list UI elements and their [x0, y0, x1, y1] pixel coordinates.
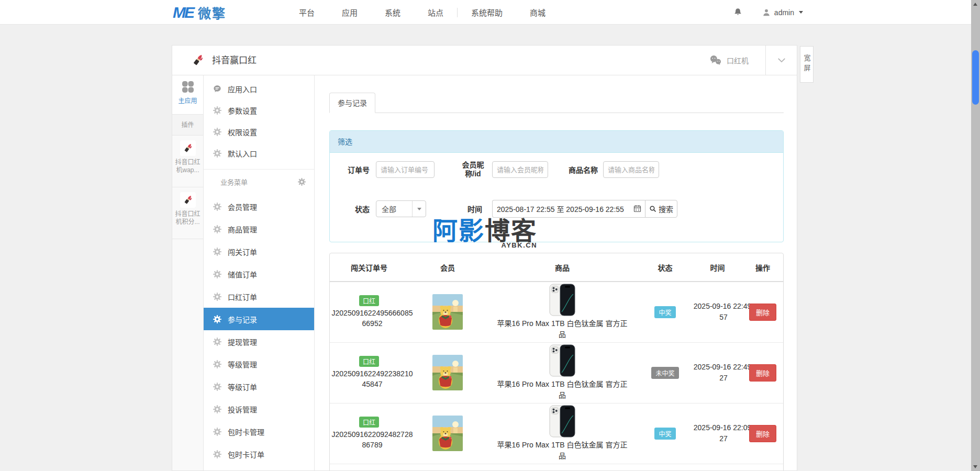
delete-button[interactable]: 删除 — [749, 304, 776, 321]
gear-icon — [213, 405, 221, 413]
status-badge: 未中奖 — [651, 367, 678, 379]
sidebar-item-label: 提现管理 — [228, 337, 257, 347]
rail-main-label: 主应用 — [172, 96, 203, 105]
rail-plugin-points[interactable]: 抖音口红机积分... — [172, 187, 203, 239]
table-row: 口红 J202509162209248272886789 苹果16 Pro Ma… — [330, 403, 783, 464]
member-input[interactable] — [492, 161, 548, 178]
sidebar-item-label: 参数设置 — [228, 105, 257, 116]
col-status: 状态 — [638, 253, 693, 282]
table-row: 口红 J202509162249566608566952 苹果16 Pro Ma… — [330, 282, 783, 342]
col-product: 商品 — [487, 253, 638, 282]
order-number: J202509162209248272886789 — [330, 429, 415, 451]
nav-item-store[interactable]: 商城 — [516, 7, 559, 18]
col-member: 会员 — [408, 253, 487, 282]
filter-panel-title: 筛选 — [330, 131, 783, 153]
sidebar-item-app-entry[interactable]: 应用入口 — [204, 78, 314, 99]
sidebar-item-params[interactable]: 参数设置 — [204, 99, 314, 121]
channel-label: 口红机 — [727, 55, 749, 65]
app-header: 抖音赢口红 口红机 — [172, 46, 797, 75]
nav-item-sites[interactable]: 站点 — [414, 7, 457, 18]
weengine-logo: ME 微擎 — [173, 0, 226, 25]
tab-participation-records[interactable]: 参与记录 — [329, 93, 375, 113]
nav-item-help[interactable]: 系统帮助 — [458, 7, 516, 18]
order-no-label: 订单号 — [347, 164, 370, 175]
app-lipstick-icon — [190, 52, 206, 68]
plugin-lipstick-icon — [180, 192, 196, 208]
status-badge: 中奖 — [654, 428, 675, 440]
sidebar-item-lipstick-orders[interactable]: 口红订单 — [204, 285, 314, 308]
scrollbar-down-arrow[interactable] — [973, 465, 977, 468]
top-navbar: ME 微擎 平台 应用 系统 站点 系统帮助 商城 admin — [0, 0, 980, 25]
nav-item-apps[interactable]: 应用 — [328, 7, 371, 18]
notification-bell-icon[interactable] — [733, 8, 742, 17]
scrollbar-thumb[interactable] — [972, 50, 979, 105]
nav-item-platform[interactable]: 平台 — [285, 7, 328, 18]
delete-button[interactable]: 删除 — [749, 364, 776, 382]
select-caret-icon — [412, 201, 426, 217]
records-table: 闯关订单号 会员 商品 状态 时间 操作 口红 J202509162249566… — [330, 253, 783, 471]
table-row-partial — [330, 464, 783, 471]
sidebar-item-products[interactable]: 商品管理 — [204, 218, 314, 240]
member-avatar — [432, 294, 463, 330]
scrollbar[interactable] — [971, 0, 980, 471]
sidebar-item-label: 商品管理 — [228, 224, 257, 234]
order-number: J202509162249566608566952 — [330, 308, 415, 329]
type-badge: 口红 — [359, 417, 379, 428]
filter-row-1: 订单号 会员昵称/id 商品名称 — [330, 161, 659, 178]
collapse-toggle[interactable] — [765, 46, 797, 75]
gear-icon — [213, 270, 221, 278]
product-name-label: 商品名称 — [566, 164, 598, 175]
sidebar-item-stored-value-orders[interactable]: 储值订单 — [204, 263, 314, 285]
app-panel: 抖音赢口红 口红机 主应用 插件 抖音口红机wap... — [172, 45, 797, 471]
sidebar-item-default-entry[interactable]: 默认入口 — [204, 142, 314, 164]
main-nav: 平台 应用 系统 站点 系统帮助 商城 — [285, 0, 559, 25]
sidebar-item-timecard-mgmt[interactable]: 包时卡管理 — [204, 420, 314, 443]
sidebar-item-label: 应用入口 — [228, 84, 257, 94]
date-range-input[interactable] — [492, 200, 645, 218]
sidebar-item-level-orders[interactable]: 等级订单 — [204, 375, 314, 398]
rail-plugin-wap[interactable]: 抖音口红机wap... — [172, 136, 203, 187]
sidebar-item-permissions[interactable]: 权限设置 — [204, 121, 314, 142]
order-number: J202509162249223821045847 — [330, 368, 415, 390]
sidebar-item-participation-records[interactable]: 参与记录 — [204, 308, 314, 330]
col-order-no: 闯关订单号 — [330, 253, 408, 282]
gear-icon — [213, 338, 221, 346]
sidebar-item-withdrawals[interactable]: 提现管理 — [204, 330, 314, 353]
rail-item-main-app[interactable]: 主应用 — [172, 75, 203, 115]
sidebar-item-levels[interactable]: 等级管理 — [204, 353, 314, 375]
nav-item-system[interactable]: 系统 — [371, 7, 414, 18]
section-label: 业务菜单 — [220, 177, 248, 187]
member-avatar — [432, 416, 463, 451]
navbar-right: admin — [733, 0, 803, 25]
channel-selector[interactable]: 口红机 — [709, 46, 765, 75]
plugin-lipstick-icon — [180, 140, 196, 156]
plugin-label: 抖音口红机wap... — [174, 159, 202, 174]
gear-icon — [213, 360, 221, 368]
records-table-panel: 闯关订单号 会员 商品 状态 时间 操作 口红 J202509162249566… — [329, 253, 784, 471]
product-name: 苹果16 Pro Max 1TB 白色钛金属 官方正品 — [497, 440, 628, 462]
logo-mark: ME — [173, 4, 193, 21]
scrollbar-up-arrow[interactable] — [973, 3, 977, 6]
sidebar-item-label: 等级订单 — [228, 382, 257, 392]
product-name-input[interactable] — [603, 161, 659, 178]
search-button[interactable]: 搜索 — [645, 200, 677, 218]
sidebar-item-label: 参与记录 — [228, 314, 257, 324]
sidebar-item-timecard-orders[interactable]: 包时卡订单 — [204, 443, 314, 465]
widescreen-toggle[interactable]: 宽屏 — [800, 46, 814, 83]
delete-button[interactable]: 删除 — [749, 425, 776, 442]
gear-icon[interactable] — [298, 178, 306, 186]
sidebar-item-label: 投诉管理 — [228, 404, 257, 414]
table-header-row: 闯关订单号 会员 商品 状态 时间 操作 — [330, 253, 783, 282]
speech-bubble-icon — [213, 85, 221, 93]
product-image — [549, 344, 575, 377]
sidebar-item-complaints[interactable]: 投诉管理 — [204, 398, 314, 420]
sidebar-item-level-orders-pass[interactable]: 闯关订单 — [204, 240, 314, 263]
type-badge: 口红 — [359, 356, 379, 367]
logo-text: 微擎 — [198, 3, 226, 22]
sidebar-item-label: 默认入口 — [228, 148, 257, 159]
user-menu[interactable]: admin — [762, 8, 803, 17]
status-select[interactable]: 全部 — [376, 200, 426, 217]
product-name: 苹果16 Pro Max 1TB 白色钛金属 官方正品 — [497, 318, 628, 340]
order-no-input[interactable] — [376, 161, 435, 178]
sidebar-item-members[interactable]: 会员管理 — [204, 195, 314, 218]
